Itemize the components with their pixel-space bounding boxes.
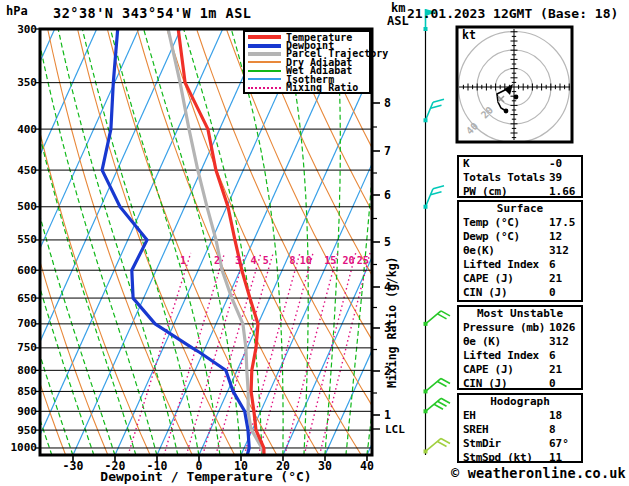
temperature-tick-label: 0 [181, 461, 217, 473]
panel-row-label: Lifted Index [463, 349, 539, 362]
panel-row-label: Dewp (°C) [463, 230, 520, 243]
panel-row-label: StmDir [463, 437, 501, 450]
panel-row-value: 8 [549, 423, 556, 437]
panel-row: StmDir67° [459, 437, 581, 451]
km-tick-label: 8 [384, 98, 391, 110]
km-tick-label: 6 [384, 190, 391, 202]
panel-row-value: 21 [549, 272, 562, 286]
legend-line-sample [248, 87, 281, 89]
pressure-tick-label: 350 [9, 77, 37, 88]
mixing-ratio-value-label: 1 [171, 256, 195, 266]
panel-row-value: 6 [549, 258, 556, 272]
pressure-tick-label: 850 [9, 386, 37, 397]
panel-row-value: 39 [549, 171, 562, 185]
pressure-tick-label: 900 [9, 406, 37, 417]
temperature-tick-label: -10 [139, 461, 175, 473]
km-unit-label: km [391, 2, 405, 14]
panel-row: K-0 [459, 157, 581, 171]
temperature-tick-label: 30 [307, 461, 343, 473]
panel-row-value: 21 [549, 363, 562, 377]
panel-row: Pressure (mb)1026 [459, 321, 581, 335]
panel-row: Lifted Index6 [459, 349, 581, 363]
pressure-tick-label: 950 [9, 425, 37, 436]
pressure-tick-label: 300 [9, 24, 37, 35]
panel-row: EH18 [459, 409, 581, 423]
panel-row-label: CAPE (J) [463, 363, 514, 376]
pressure-tick-label: 1000 [9, 442, 37, 453]
panel-row: SREH8 [459, 423, 581, 437]
panel-row-value: 0 [549, 377, 556, 391]
legend-item-label: Mixing Ratio [286, 82, 358, 93]
datetime-label: 21.01.2023 12GMT (Base: 18) [407, 7, 618, 20]
panel-row-value: 312 [549, 335, 569, 349]
mixing-ratio-value-label: 10 [294, 256, 318, 266]
km-tick-label: 5 [384, 237, 391, 249]
mixing-ratio-value-label: 25 [351, 256, 375, 266]
station-title: 32°38'N 343°54'W 1m ASL [53, 7, 251, 21]
panel-row-label: CIN (J) [463, 286, 507, 299]
indices-panel: K-0Totals Totals39PW (cm)1.66 [457, 155, 583, 198]
km-tick-label: 3 [384, 323, 391, 335]
panel-row: CAPE (J)21 [459, 272, 581, 286]
panel-row-value: 1026 [549, 321, 576, 335]
legend-line-sample [248, 35, 281, 39]
temperature-tick-label: -30 [55, 461, 91, 473]
km-tick-label: 4 [384, 282, 391, 294]
copyright-text: © weatheronline.co.uk [451, 467, 626, 481]
panel-row-value: 18 [549, 409, 562, 423]
panel-row-label: Pressure (mb) [463, 321, 545, 334]
most-unstable-panel: Most Unstable Pressure (mb)1026θe (K)312… [457, 305, 583, 390]
panel-row: CIN (J)0 [459, 286, 581, 300]
panel-row-value: 312 [549, 244, 569, 258]
panel-row-label: Lifted Index [463, 258, 539, 271]
pressure-tick-label: 450 [9, 165, 37, 176]
hodograph-panel-title: Hodograph [459, 395, 581, 409]
panel-row: CAPE (J)21 [459, 363, 581, 377]
panel-row: Temp (°C)17.5 [459, 216, 581, 230]
temperature-tick-label: 40 [349, 461, 385, 473]
mixing-ratio-value-label: 5 [254, 256, 278, 266]
hodograph-unit-label: kt [462, 30, 476, 42]
legend-line-sample [248, 52, 281, 56]
km-tick-label: 1 [384, 410, 391, 422]
temperature-tick-label: -20 [97, 461, 133, 473]
pressure-tick-label: 600 [9, 265, 37, 276]
panel-row-value: 0 [549, 286, 556, 300]
panel-row-label: K [463, 157, 469, 170]
panel-row-label: SREH [463, 423, 488, 436]
panel-row-value: 6 [549, 349, 556, 363]
panel-row: θe(K)312 [459, 244, 581, 258]
km-tick-label: 7 [384, 146, 391, 158]
pressure-tick-label: 750 [9, 342, 37, 353]
panel-row: Lifted Index6 [459, 258, 581, 272]
legend-line-sample [248, 44, 281, 48]
hodograph-panel: Hodograph EH18SREH8StmDir67°StmSpd (kt)1… [457, 393, 583, 463]
skewt-sounding-page: hPa 32°38'N 343°54'W 1m ASL km ASL 21.01… [0, 0, 629, 486]
panel-row-label: θe (K) [463, 335, 501, 348]
panel-row-label: CAPE (J) [463, 272, 514, 285]
pressure-tick-label: 650 [9, 293, 37, 304]
temperature-tick-label: 10 [223, 461, 259, 473]
legend-line-sample [248, 78, 281, 80]
panel-row-label: Totals Totals [463, 171, 545, 184]
panel-row-label: CIN (J) [463, 377, 507, 390]
legend-box: TemperatureDewpointParcel TrajectoryDry … [243, 30, 371, 94]
legend-item: Mixing Ratio [248, 83, 369, 91]
km-tick-label: 2 [384, 366, 391, 378]
panel-row: PW (cm)1.66 [459, 185, 581, 199]
surface-panel: Surface Temp (°C)17.5Dewp (°C)12θe(K)312… [457, 200, 583, 302]
pressure-tick-label: 800 [9, 365, 37, 376]
surface-panel-title: Surface [459, 202, 581, 216]
panel-row: Totals Totals39 [459, 171, 581, 185]
temperature-tick-label: 20 [265, 461, 301, 473]
pressure-tick-label: 400 [9, 124, 37, 135]
lcl-label: LCL [385, 424, 405, 435]
panel-row: CIN (J)0 [459, 377, 581, 391]
panel-row-label: Temp (°C) [463, 216, 520, 229]
panel-row: θe (K)312 [459, 335, 581, 349]
panel-row: Dewp (°C)12 [459, 230, 581, 244]
panel-row-label: PW (cm) [463, 185, 507, 198]
panel-row-value: -0 [549, 157, 562, 171]
panel-row-value: 11 [549, 451, 562, 465]
legend-line-sample [248, 61, 281, 63]
